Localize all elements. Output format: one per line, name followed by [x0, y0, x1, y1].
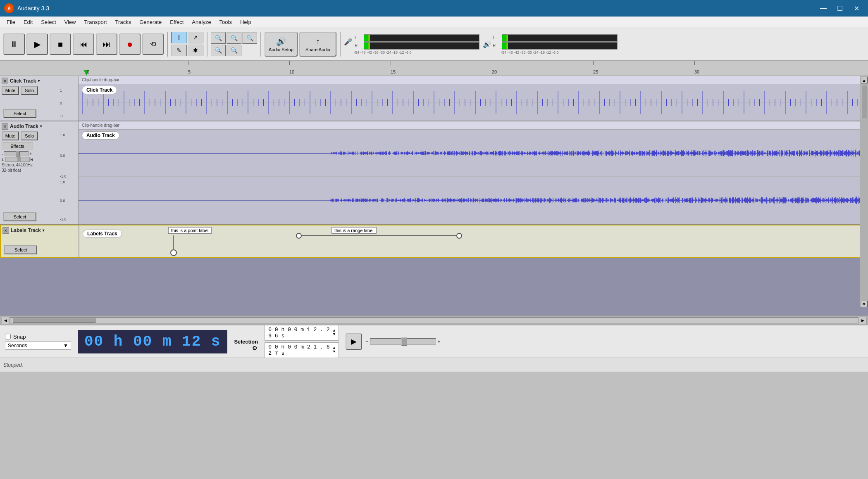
audio-track-select[interactable]: Select — [3, 212, 36, 221]
sel-start-down[interactable]: ▼ — [333, 333, 335, 337]
click-track-content[interactable]: Clip-handle drag-bar Click Track — [79, 76, 868, 121]
audio-clip-name: Audio Track — [82, 131, 119, 140]
click-scale-m1: -1 — [60, 114, 63, 118]
app-title: Audacity 3.3 — [17, 5, 816, 12]
stop-button[interactable]: ■ — [50, 33, 71, 55]
ruler-tick-30 — [694, 61, 695, 65]
vu-mic-icon: 🎤 — [344, 38, 352, 46]
audio-track-effects[interactable]: Effects — [2, 142, 33, 150]
gain-slider[interactable] — [4, 151, 29, 156]
sel-start-value: 0 0 h 0 0 m 1 2 . 2 9 6 s — [268, 327, 333, 339]
menu-help[interactable]: Help — [236, 18, 255, 26]
audio-track-close[interactable]: × — [2, 123, 8, 130]
hscroll-left[interactable]: ◀ — [2, 317, 9, 324]
menu-file[interactable]: File — [2, 18, 19, 26]
vscroll-down[interactable]: ▼ — [861, 301, 868, 307]
selection-section: Selection ⚙ 0 0 h 0 0 m 1 2 . 2 9 6 s ▲ … — [234, 325, 339, 358]
snap-dropdown-arrow: ▼ — [63, 343, 68, 349]
vscroll-thumb[interactable] — [861, 85, 867, 118]
labels-track-select[interactable]: Select — [4, 245, 37, 254]
pan-slider[interactable] — [5, 157, 30, 162]
select-tool-button[interactable]: I — [171, 32, 187, 43]
sel-settings-icon[interactable]: ⚙ — [252, 345, 258, 351]
audio-setup-button[interactable]: 🔊 Audio Setup — [265, 32, 298, 57]
close-button[interactable]: ✕ — [849, 2, 864, 14]
vu-input-right[interactable] — [364, 42, 479, 50]
audio-track-title-button[interactable]: Audio Track ▼ — [10, 123, 43, 129]
draw-tool-button[interactable]: ✎ — [171, 45, 187, 56]
hscroll-right[interactable]: ▶ — [859, 317, 866, 324]
sel-end-time[interactable]: 0 0 h 0 0 m 2 1 . 6 2 7 s ▲ ▼ — [265, 342, 339, 358]
audio-track-solo[interactable]: Solo — [21, 131, 38, 140]
range-start-pin — [296, 233, 302, 239]
share-audio-label: Share Audio — [305, 47, 330, 52]
zoom-in-button[interactable]: 🔍 — [227, 32, 241, 44]
speed-slider[interactable] — [370, 338, 436, 345]
loop-button[interactable]: ⟲ — [142, 33, 164, 55]
pause-button[interactable]: ⏸ — [3, 33, 25, 55]
hscroll-thumb[interactable] — [13, 318, 95, 323]
audio-track-content[interactable]: Clip-handle drag-bar Audio Track — [79, 121, 868, 224]
share-audio-button[interactable]: ↑ Share Audio — [299, 32, 336, 57]
labels-track-name: Labels Track — [11, 228, 41, 233]
menu-effect[interactable]: Effect — [166, 18, 188, 26]
audio-track-mute[interactable]: Mute — [2, 131, 19, 140]
audio-scale-top-1: 1.0 — [60, 133, 67, 137]
zoom-width-button[interactable]: 🔍 — [227, 45, 241, 56]
vu-output-right[interactable] — [502, 42, 618, 50]
vscroll-up[interactable]: ▲ — [861, 77, 868, 83]
menu-tracks[interactable]: Tracks — [111, 18, 136, 26]
labels-track-title-button[interactable]: Labels Track ▼ — [11, 228, 45, 233]
vertical-scrollbar[interactable]: ▲ ▼ — [860, 76, 868, 307]
audio-track-row: × Audio Track ▼ Mute Solo Effects - + — [0, 121, 868, 225]
speed-thumb[interactable] — [401, 337, 407, 346]
click-track-title-button[interactable]: Click Track ▼ — [10, 78, 41, 84]
ruler-mark-0: 0 — [87, 69, 89, 74]
snap-dropdown[interactable]: Seconds ▼ — [5, 341, 71, 350]
selection-label: Selection — [234, 339, 258, 345]
menu-edit[interactable]: Edit — [19, 18, 37, 26]
rewind-button[interactable]: ⏮ — [73, 33, 94, 55]
labels-track-controls: × Labels Track ▼ Select — [1, 225, 79, 257]
labels-track-close[interactable]: × — [2, 227, 9, 234]
sel-end-value: 0 0 h 0 0 m 2 1 . 6 2 7 s — [268, 344, 333, 356]
sel-end-down[interactable]: ▼ — [333, 350, 335, 354]
speed-slider-area: − + — [365, 338, 440, 345]
menu-generate[interactable]: Generate — [135, 18, 166, 26]
toolbar: ⏸ ▶ ■ ⏮ ⏭ ● ⟲ I ↗ ✎ ✱ 🔍 🔍 🔍 🔍 🔍 🔊 Audio … — [0, 28, 868, 61]
snap-checkbox[interactable] — [5, 334, 11, 339]
separator-3 — [260, 32, 261, 57]
menu-tools[interactable]: Tools — [215, 18, 236, 26]
vu-output-left[interactable] — [502, 34, 618, 42]
snap-label: Snap — [13, 334, 26, 340]
menu-select[interactable]: Select — [37, 18, 60, 26]
click-track-mute[interactable]: Mute — [2, 86, 19, 95]
time-value: 00 h 00 m 12 s — [84, 333, 221, 350]
play-button[interactable]: ▶ — [26, 33, 48, 55]
status-text: Stopped. — [3, 362, 23, 368]
click-clip-name: Click Track — [82, 86, 117, 94]
record-button[interactable]: ● — [119, 33, 141, 55]
tool-group: I ↗ ✎ ✱ — [171, 32, 203, 57]
labels-track-content[interactable]: Labels Track this is a point label this … — [79, 225, 867, 257]
menu-analyze[interactable]: Analyze — [188, 18, 215, 26]
maximize-button[interactable]: ☐ — [832, 2, 847, 14]
menu-view[interactable]: View — [60, 18, 80, 26]
envelope-tool-button[interactable]: ↗ — [188, 32, 203, 43]
forward-button[interactable]: ⏭ — [96, 33, 117, 55]
audio-waveform — [79, 130, 864, 224]
click-track-select[interactable]: Select — [3, 109, 36, 118]
zoom-sel-button[interactable]: 🔍 — [242, 32, 257, 44]
vu-input-left[interactable] — [364, 34, 479, 42]
click-waveform-canvas — [79, 84, 864, 121]
click-track-solo[interactable]: Solo — [21, 86, 38, 95]
minimize-button[interactable]: — — [816, 2, 831, 14]
menu-transport[interactable]: Transport — [80, 18, 111, 26]
multi-tool-button[interactable]: ✱ — [188, 45, 203, 56]
audio-scale-top-m1: -1.0 — [60, 174, 67, 178]
click-track-close[interactable]: × — [2, 78, 8, 84]
sel-start-time[interactable]: 0 0 h 0 0 m 1 2 . 2 9 6 s ▲ ▼ — [265, 325, 339, 341]
playback-play-button[interactable]: ▶ — [346, 333, 362, 350]
zoom-out-button[interactable]: 🔍 — [211, 32, 226, 44]
zoom-fit-button[interactable]: 🔍 — [211, 45, 226, 56]
